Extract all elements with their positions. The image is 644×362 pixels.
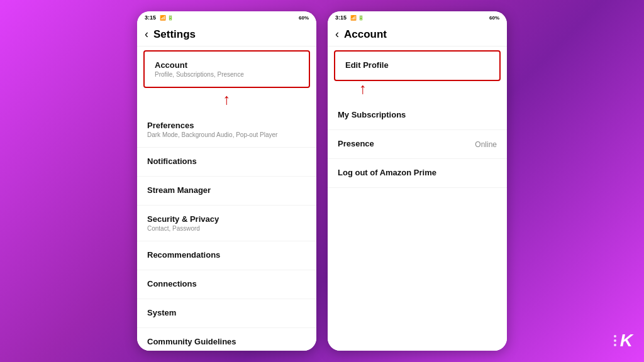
connections-title: Connections xyxy=(147,279,306,288)
community-guidelines-menu-item[interactable]: Community Guidelines xyxy=(137,328,316,351)
logo-dot-3 xyxy=(614,344,616,346)
back-button-left[interactable]: ‹ xyxy=(145,28,148,41)
logo-letter-k: K xyxy=(620,331,633,351)
header-left: ‹ Settings xyxy=(137,24,316,47)
right-phone: 3:15 📶 🔋 60% ‹ Account Edit Profile ↑ My… xyxy=(328,11,507,351)
security-privacy-menu-item[interactable]: Security & Privacy Contact, Password xyxy=(137,206,316,241)
presence-title: Presence xyxy=(338,139,374,148)
account-menu-item[interactable]: Account Profile, Subscriptions, Presence xyxy=(145,52,309,87)
recommendations-title: Recommendations xyxy=(147,250,306,260)
battery-left: 60% xyxy=(299,15,309,21)
settings-content: Account Profile, Subscriptions, Presence… xyxy=(137,47,316,351)
preferences-subtitle: Dark Mode, Background Audio, Pop-out Pla… xyxy=(147,131,306,138)
header-right: ‹ Account xyxy=(328,24,507,47)
edit-profile-menu-item[interactable]: Edit Profile xyxy=(335,52,499,80)
time-right: 3:15 xyxy=(335,14,347,21)
presence-value: Online xyxy=(475,140,497,149)
account-title: Account xyxy=(155,60,299,70)
security-privacy-subtitle: Contact, Password xyxy=(147,225,306,232)
preferences-menu-item[interactable]: Preferences Dark Mode, Background Audio,… xyxy=(137,112,316,148)
logout-amazon-prime-menu-item[interactable]: Log out of Amazon Prime xyxy=(328,159,507,188)
system-title: System xyxy=(147,308,306,317)
knowtechie-logo: K xyxy=(614,331,633,351)
community-guidelines-title: Community Guidelines xyxy=(147,337,306,346)
account-header-title: Account xyxy=(344,28,387,41)
arrow-right: ↑ xyxy=(328,81,507,101)
arrow-left: ↑ xyxy=(137,92,316,112)
preferences-title: Preferences xyxy=(147,121,306,130)
notifications-title: Notifications xyxy=(147,156,306,166)
connections-menu-item[interactable]: Connections xyxy=(137,270,316,299)
account-highlight-box: Account Profile, Subscriptions, Presence xyxy=(143,50,310,88)
system-menu-item[interactable]: System xyxy=(137,299,316,328)
presence-menu-item[interactable]: Presence Online xyxy=(328,130,507,159)
status-bar-right: 3:15 📶 🔋 60% xyxy=(328,11,507,24)
notifications-menu-item[interactable]: Notifications xyxy=(137,148,316,177)
settings-title: Settings xyxy=(153,28,196,41)
back-button-right[interactable]: ‹ xyxy=(335,28,339,41)
time-left: 3:15 xyxy=(145,14,156,21)
logout-amazon-prime-title: Log out of Amazon Prime xyxy=(338,168,497,177)
account-subtitle: Profile, Subscriptions, Presence xyxy=(155,71,299,78)
logo-dot-2 xyxy=(614,339,616,342)
status-time-right: 3:15 📶 🔋 xyxy=(335,14,364,21)
my-subscriptions-title: My Subscriptions xyxy=(338,110,497,119)
my-subscriptions-menu-item[interactable]: My Subscriptions xyxy=(328,101,507,130)
edit-profile-highlight-box: Edit Profile xyxy=(334,50,501,81)
status-bar-left: 3:15 📶 🔋 60% xyxy=(137,11,316,24)
battery-right: 60% xyxy=(489,15,499,21)
logo-dot-1 xyxy=(614,335,616,337)
status-time-left: 3:15 📶 🔋 xyxy=(145,14,174,21)
battery-pct-left: 60% xyxy=(299,15,309,21)
account-content: Edit Profile ↑ My Subscriptions Presence… xyxy=(328,47,507,351)
battery-pct-right: 60% xyxy=(489,15,499,21)
left-phone: 3:15 📶 🔋 60% ‹ Settings Account Profile,… xyxy=(137,11,316,351)
stream-manager-menu-item[interactable]: Stream Manager xyxy=(137,177,316,206)
security-privacy-title: Security & Privacy xyxy=(147,214,306,224)
recommendations-menu-item[interactable]: Recommendations xyxy=(137,241,316,270)
edit-profile-title: Edit Profile xyxy=(345,60,489,70)
logo-dots xyxy=(614,335,616,346)
status-icons-right: 📶 🔋 xyxy=(350,15,364,21)
status-icons-left: 📶 🔋 xyxy=(160,15,174,21)
stream-manager-title: Stream Manager xyxy=(147,185,306,195)
